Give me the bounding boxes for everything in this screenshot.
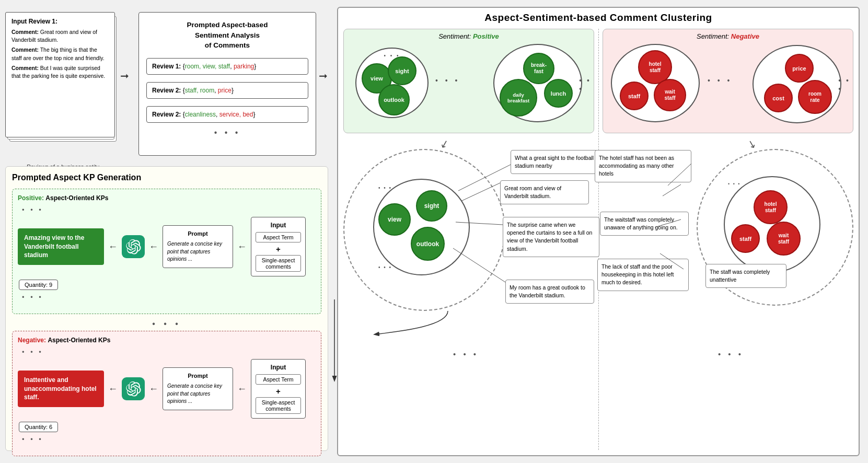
arrow-reviews-to-absa: ➞ — [120, 70, 129, 82]
kp-negative-sublabel: Aspect-Oriented KPs — [48, 337, 110, 344]
prompt-label-positive: Prompt — [167, 230, 228, 238]
prompt-text-positive: Generate a concise key point that captur… — [167, 240, 228, 263]
prompt-label-negative: Prompt — [167, 372, 228, 380]
kp-negative-title: Negative: Aspect-Oriented KPs — [18, 337, 316, 344]
kp-negative-dots-bottom: • • • — [22, 435, 316, 443]
pos-detail-inner-circle: view sight outlook • • • • • • — [373, 179, 470, 275]
aspect-term-positive: Aspect Term — [256, 232, 301, 242]
absa-row-2: Review 2: {staff, room, price} — [146, 82, 308, 99]
circle-wait-staff: waitstaff — [654, 79, 686, 111]
neg-comment-1: The hotel staff has not been as accommod… — [595, 150, 691, 182]
neg-cluster-1: hotelstaff staff waitstaff — [611, 44, 700, 122]
absa-label-3: Review 2: — [152, 111, 183, 118]
absa-dots: • • • — [146, 128, 308, 137]
input-box-positive: Input Aspect Term + Single-aspect commen… — [251, 217, 306, 276]
prompt-text-negative: Generate a concise key point that captur… — [167, 383, 228, 406]
single-aspect-positive: Single-aspect comments — [256, 255, 301, 272]
kp-quantity-negative: Quantity: 6 — [19, 422, 58, 432]
detail-circle-sight: sight — [416, 190, 447, 222]
absa-label-2: Review 2: — [152, 87, 183, 94]
gpt-icon-negative — [122, 377, 145, 400]
input-review-paper: Input Review 1: Comment: Great room and … — [5, 12, 115, 137]
kp-negative-box: Negative: Aspect-Oriented KPs • • • Inat… — [12, 331, 321, 456]
bottom-dots-positive: • • • — [453, 350, 479, 358]
comment2-bold: Comment: — [11, 47, 39, 53]
circle-price: price — [785, 54, 814, 83]
detail-circle-wait-staff2: waitstaff — [767, 222, 801, 256]
pos-cluster-1: • • • view sight outlook — [355, 48, 429, 118]
pos-comment-1: What a great sight to the football stadi… — [511, 150, 602, 174]
arrow-left-input-positive: ← — [237, 241, 247, 252]
pos-detail-arrow: ↙ — [438, 136, 450, 151]
kp-positive-box: Positive: Aspect-Oriented KPs • • • Amaz… — [12, 189, 321, 314]
detail-circle-staff2: staff — [731, 224, 760, 253]
clustering-outer: Aspect-Sentiment-based Comment Clusterin… — [337, 7, 860, 456]
arrow-absa-to-clustering: ➞ — [319, 70, 328, 82]
neg-cluster-2: price cost roomrate — [753, 45, 841, 123]
sentiment-negative-area: Sentiment: Negative hotelstaff staff wai… — [603, 29, 853, 133]
kp-positive-title: Positive: Aspect-Oriented KPs — [18, 194, 316, 202]
kp-gen-title: Prompted Aspect KP Generation — [12, 173, 321, 182]
absa-box: Prompted Aspect-basedSentiment Analysiso… — [138, 12, 316, 156]
kp-negative-label: Negative: — [18, 337, 46, 344]
arrow-left-prompt-positive: ← — [149, 241, 158, 252]
input-label-negative: Input — [256, 364, 301, 371]
kp-positive-dots-bottom: • • • — [22, 293, 316, 301]
gpt-icon-positive — [122, 235, 145, 258]
aspect-term-negative: Aspect Term — [256, 374, 301, 385]
comment1-bold: Comment: — [11, 29, 39, 35]
pos-comment-3: The surprise came when we opened the cur… — [503, 217, 599, 257]
input-label-positive: Input — [256, 222, 301, 229]
circle-breakfast: break-fast — [523, 53, 554, 84]
kp-positive-dots-top: • • • — [22, 206, 316, 214]
arrow-left-input-negative: ← — [237, 384, 247, 395]
circle-lunch: lunch — [544, 79, 573, 108]
circle-room-rate: roomrate — [798, 80, 832, 114]
svg-line-5 — [663, 184, 681, 196]
kp-positive-result: Amazing view to the Vanderbilt football … — [18, 228, 104, 265]
arrow-left-positive: ← — [108, 241, 118, 252]
plus-positive: + — [256, 245, 301, 253]
pos-comment-2: Great room and view of Vanderbilt stadiu… — [500, 180, 589, 204]
arrow-pos-to-input — [343, 306, 667, 337]
sentiment-positive-area: Sentiment: Positive • • • view sight out… — [343, 29, 594, 133]
kp-gen-section: Prompted Aspect KP Generation Positive: … — [5, 166, 328, 451]
circle-daily-breakfast: dailybreakfast — [500, 79, 537, 117]
detail-circle-outlook: outlook — [411, 227, 445, 261]
prompt-box-negative: Prompt Generate a concise key point that… — [163, 367, 233, 410]
pos-cluster-2: break-fast dailybreakfast lunch — [493, 44, 582, 122]
pos-comment-4: My room has a great outlook to the Vande… — [505, 280, 594, 304]
kp-negative-dots-top: • • • — [22, 348, 316, 356]
input-reviews-section: Input Review 1: Comment: Great room and … — [5, 12, 120, 158]
kp-positive-row: Amazing view to the Vanderbilt football … — [18, 217, 316, 276]
arrow-left-prompt-negative: ← — [149, 384, 158, 395]
kp-middle-dots: • • • — [12, 319, 321, 329]
circle-sight: sight — [388, 56, 416, 85]
detail-circle-hotel-staff: hotelstaff — [754, 190, 788, 224]
prompt-box-positive: Prompt Generate a concise key point that… — [163, 225, 233, 268]
single-aspect-negative: Single-aspect comments — [256, 397, 301, 414]
circle-outlook: outlook — [378, 84, 410, 115]
bottom-dots-negative: • • • — [718, 350, 744, 358]
kp-quantity-positive: Quantity: 9 — [19, 280, 58, 290]
neg-comment-4: The staff was completely unattentive — [705, 264, 786, 288]
sentiment-negative-label: Sentiment: Negative — [603, 29, 853, 42]
kp-positive-label: Positive: — [18, 194, 44, 202]
input-review-title: Input Review 1: — [11, 18, 109, 25]
detail-circle-view: view — [378, 203, 411, 236]
absa-row-3: Review 2: {cleanliness, service, bed} — [146, 106, 308, 123]
plus-negative: + — [256, 387, 301, 396]
arrow-left-negative: ← — [108, 384, 118, 395]
circle-staff: staff — [620, 82, 649, 110]
absa-label-1: Review 1: — [152, 63, 183, 70]
pos-detail-outer-circle: view sight outlook • • • • • • — [343, 149, 505, 311]
circle-cost: cost — [764, 84, 793, 112]
neg-comment-3: The lack of staff and the poor housekeep… — [597, 259, 689, 291]
neg-detail-inner-circle: hotelstaff staff waitstaff • • • — [724, 176, 820, 273]
input-box-negative: Input Aspect Term + Single-aspect commen… — [251, 359, 306, 419]
kp-negative-row: Inattentive and unaccommodating hotel st… — [18, 359, 316, 419]
section-title: Aspect-Sentiment-based Comment Clusterin… — [338, 8, 859, 24]
absa-title: Prompted Aspect-basedSentiment Analysiso… — [146, 20, 308, 51]
kp-negative-result: Inattentive and unaccommodating hotel st… — [18, 371, 104, 407]
neg-detail-arrow: ↘ — [746, 136, 758, 151]
